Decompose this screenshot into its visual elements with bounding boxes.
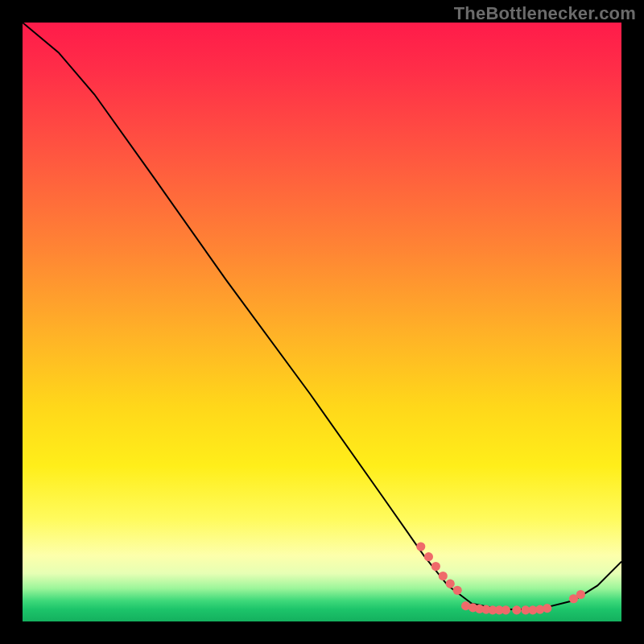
svg-point-12 <box>502 605 510 614</box>
svg-point-3 <box>439 572 448 580</box>
svg-point-0 <box>416 542 425 551</box>
svg-point-17 <box>543 604 551 613</box>
plot-area <box>23 23 621 621</box>
curve-layer <box>23 23 621 621</box>
svg-point-2 <box>431 562 440 571</box>
svg-point-5 <box>453 586 462 595</box>
svg-point-1 <box>424 552 433 561</box>
watermark-text: TheBottlenecker.com <box>454 3 636 24</box>
svg-point-13 <box>512 605 521 614</box>
svg-point-4 <box>446 580 455 588</box>
svg-point-19 <box>576 590 585 599</box>
chart-frame: TheBottlenecker.com <box>0 0 644 644</box>
bottleneck-curve <box>23 23 621 609</box>
